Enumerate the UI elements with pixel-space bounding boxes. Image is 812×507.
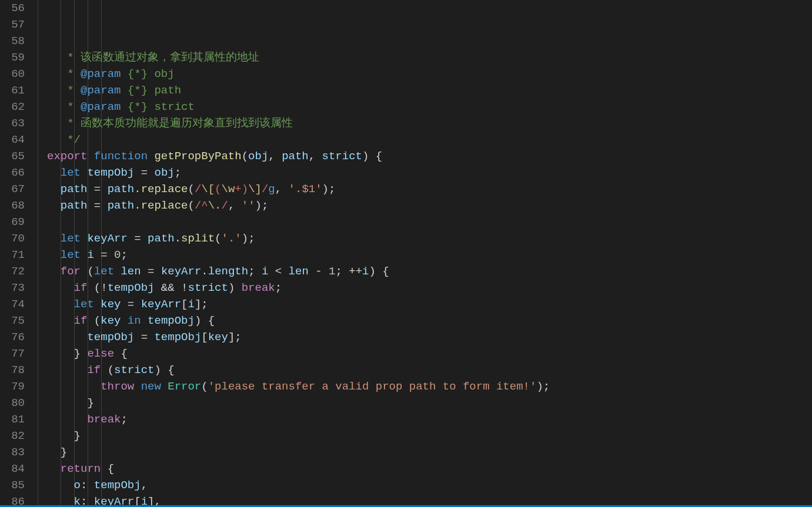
line-number: 61 — [0, 82, 25, 99]
token: * 该函数通过对象，拿到其属性的地址 — [61, 51, 259, 64]
token: \] — [248, 183, 262, 196]
token: ); — [322, 183, 336, 196]
line-number: 62 — [0, 99, 25, 115]
code-line[interactable]: throw new Error('please transfer a valid… — [47, 378, 812, 395]
token: path — [61, 199, 88, 212]
token: o — [74, 479, 81, 492]
code-line[interactable]: } — [47, 444, 812, 461]
token — [121, 314, 127, 327]
line-number: 69 — [0, 214, 25, 230]
code-editor[interactable]: 5657585960616263646566676869707172737475… — [0, 0, 812, 507]
token: i — [262, 265, 268, 278]
token — [141, 314, 148, 327]
line-number: 70 — [0, 230, 25, 247]
code-line[interactable]: let key = keyArr[i]; — [47, 296, 812, 313]
code-line[interactable]: let keyArr = path.split('.'); — [47, 230, 812, 247]
token: * — [61, 68, 81, 80]
line-number: 57 — [0, 16, 25, 33]
code-line[interactable]: * 该函数通过对象，拿到其属性的地址 — [47, 49, 812, 66]
code-line[interactable]: * @param {*} obj — [47, 66, 812, 82]
token: let — [61, 249, 81, 261]
code-line[interactable]: path = path.replace(/\[(\w+)\]/g, '.$1')… — [47, 181, 812, 197]
token: len — [289, 265, 309, 278]
token: Error — [168, 380, 201, 393]
token: '' — [242, 199, 255, 212]
code-line[interactable]: export function getPropByPath(obj, path,… — [47, 148, 812, 164]
code-line[interactable]: tempObj = tempObj[key]; — [47, 329, 812, 345]
line-number: 63 — [0, 115, 25, 132]
token: < — [268, 265, 288, 278]
code-line[interactable]: if (key in tempObj) { — [47, 313, 812, 329]
token: strict — [188, 281, 228, 294]
token: . — [201, 265, 208, 278]
token: let — [74, 298, 94, 311]
token: strict — [322, 150, 362, 163]
line-number: 80 — [0, 395, 25, 411]
code-line[interactable]: o: tempObj, — [47, 477, 812, 493]
line-number: 81 — [0, 411, 25, 428]
code-line[interactable]: } — [47, 428, 812, 444]
code-area[interactable]: * 该函数通过对象，拿到其属性的地址 * @param {*} obj * @p… — [47, 0, 812, 507]
line-number: 84 — [0, 461, 25, 477]
token: function — [94, 150, 148, 163]
token: * — [61, 84, 81, 97]
token: . — [175, 232, 181, 245]
token: = — [128, 232, 148, 245]
token: = — [94, 249, 114, 261]
token: { — [101, 462, 114, 475]
code-line[interactable]: path = path.replace(/^\./, ''); — [47, 197, 812, 214]
code-line[interactable]: if (strict) { — [47, 362, 812, 378]
token: path — [108, 183, 135, 196]
token: strict — [114, 364, 154, 377]
token: 1 — [329, 265, 335, 278]
code-line[interactable]: */ — [47, 132, 812, 148]
code-line[interactable] — [47, 214, 812, 230]
code-line[interactable]: * @param {*} path — [47, 82, 812, 99]
token: ) — [242, 183, 248, 196]
token: ) { — [195, 314, 215, 327]
fold-column — [36, 0, 47, 507]
token: } — [74, 347, 88, 360]
token: / — [262, 183, 268, 196]
token: i — [188, 298, 195, 311]
line-number: 72 — [0, 263, 25, 280]
token: ; — [248, 265, 262, 278]
token: ; — [175, 166, 181, 179]
token: tempObj — [87, 166, 134, 179]
token: if — [74, 314, 88, 327]
token: replace — [141, 199, 188, 212]
code-line[interactable]: } else { — [47, 345, 812, 362]
code-line[interactable]: let i = 0; — [47, 247, 812, 263]
token — [87, 150, 93, 163]
token: break — [87, 413, 121, 426]
token: tempObj — [87, 331, 134, 344]
token: ; — [121, 249, 127, 261]
line-number: 60 — [0, 66, 25, 82]
line-number: 77 — [0, 345, 25, 362]
token: ; — [275, 281, 282, 294]
token: ) { — [154, 364, 174, 377]
code-line[interactable]: * 函数本质功能就是遍历对象直到找到该属性 — [47, 115, 812, 132]
token — [81, 249, 87, 261]
token: ( — [87, 314, 101, 327]
token: keyArr — [141, 298, 181, 311]
token: = — [87, 183, 107, 196]
code-line[interactable]: } — [47, 395, 812, 411]
code-line[interactable]: if (!tempObj && !strict) break; — [47, 280, 812, 296]
code-line[interactable]: return { — [47, 461, 812, 477]
line-number: 71 — [0, 247, 25, 263]
code-line[interactable]: let tempObj = obj; — [47, 164, 812, 181]
token: } — [87, 397, 93, 409]
token: throw — [101, 380, 134, 393]
token: / — [195, 199, 201, 212]
token: ( — [215, 183, 221, 196]
token: ); — [536, 380, 550, 393]
token: ; ++ — [335, 265, 362, 278]
token: = — [134, 331, 154, 344]
code-line[interactable]: for (let len = keyArr.length; i < len - … — [47, 263, 812, 280]
line-number: 76 — [0, 329, 25, 345]
code-line[interactable]: break; — [47, 411, 812, 428]
token — [114, 265, 121, 278]
code-line[interactable]: * @param {*} strict — [47, 99, 812, 115]
token: ) — [228, 281, 242, 294]
